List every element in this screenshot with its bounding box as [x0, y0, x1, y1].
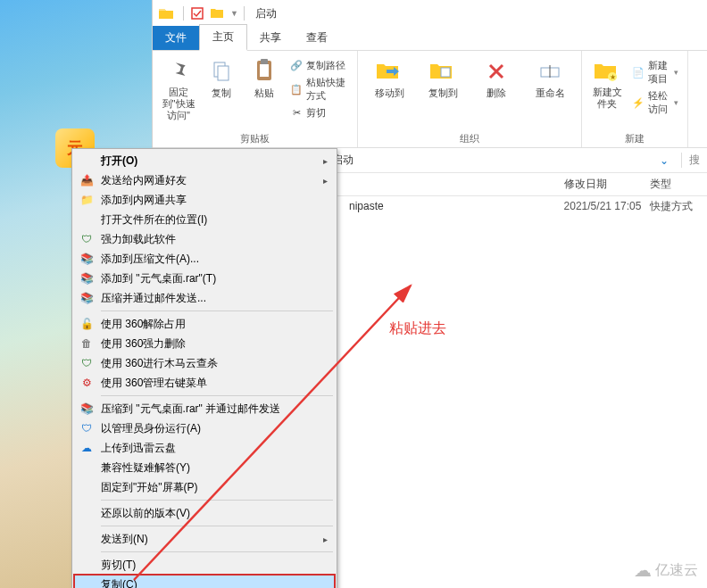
menu-label: 固定到"开始"屏幕(P)	[101, 480, 198, 495]
menu-label: 使用 360强力删除	[101, 336, 186, 352]
rename-icon	[536, 58, 563, 85]
newfolder-icon: ★	[594, 58, 620, 85]
archive-icon: 📚	[78, 291, 96, 305]
delete-icon	[483, 58, 510, 85]
menu-restore[interactable]: 还原以前的版本(V)	[74, 503, 335, 523]
moveto-label: 移动到	[365, 87, 413, 100]
window-title: 启动	[255, 6, 277, 21]
clipboard-group-label: 剪贴板	[160, 130, 350, 145]
menu-label: 强力卸载此软件	[101, 232, 176, 247]
menu-label: 添加到 "元气桌面.rar"(T)	[101, 271, 216, 286]
menu-label: 使用 360解除占用	[101, 317, 186, 332]
watermark: ☁ 亿速云	[634, 559, 698, 581]
rename-button[interactable]: 重命名	[526, 54, 574, 100]
file-name: nipaste	[349, 200, 564, 212]
menu-pin-start[interactable]: 固定到"开始"屏幕(P)	[74, 477, 335, 497]
menu-share-internal[interactable]: 📁添加到内网通共享	[74, 190, 335, 210]
newitem-button[interactable]: 📄新建项目▾	[630, 58, 680, 87]
properties-label: 属性	[695, 87, 707, 100]
file-date: 2021/5/21 17:05	[564, 200, 650, 212]
refresh-chevron-icon[interactable]: ⌄	[660, 154, 669, 167]
archive-icon: 📚	[78, 252, 96, 266]
menu-troubleshoot[interactable]: 兼容性疑难解答(Y)	[74, 458, 335, 477]
moveto-button[interactable]: 移动到	[365, 54, 413, 100]
menu-360-forcedel[interactable]: 🗑使用 360强力删除	[74, 334, 335, 353]
checkbox-icon[interactable]	[189, 5, 205, 21]
chevron-right-icon: ▸	[323, 156, 328, 166]
copyto-icon	[429, 58, 456, 85]
cloud-upload-icon: ☁	[78, 441, 96, 455]
copy-button[interactable]: 复制	[203, 54, 240, 100]
menu-label: 还原以前的版本(V)	[101, 506, 190, 521]
menu-label: 添加到内网通共享	[101, 193, 187, 208]
lock-icon: 🔓	[78, 317, 96, 331]
menu-360-menu[interactable]: ⚙使用 360管理右键菜单	[74, 373, 335, 393]
svg-text:★: ★	[610, 73, 616, 81]
newfolder-button[interactable]: ★新建文件夹	[589, 54, 625, 110]
pin-label: 固定到"快速访问"	[160, 87, 197, 122]
titlebar: ▼ 启动	[153, 0, 707, 27]
chevron-right-icon: ▸	[323, 534, 328, 544]
chevron-down-icon[interactable]: ▼	[230, 9, 238, 18]
menu-sendto[interactable]: 发送到(N)▸	[74, 529, 335, 549]
menu-divider	[101, 311, 333, 311]
menu-run-admin[interactable]: 🛡以管理员身份运行(A)	[74, 418, 335, 438]
cloud-icon: ☁	[634, 559, 652, 581]
ribbon-tabs: 文件 主页 共享 查看	[153, 27, 707, 50]
tab-view[interactable]: 查看	[294, 26, 340, 50]
ribbon-group-organize: 移动到 复制到 删除 重命名 组织	[358, 51, 582, 147]
menu-360-trojan[interactable]: 🛡使用 360进行木马云查杀	[74, 353, 335, 373]
menu-xunlei[interactable]: ☁上传到迅雷云盘	[74, 438, 335, 458]
ribbon: 固定到"快速访问" 复制 粘贴 🔗复制路径 📋粘贴快捷方式 ✂剪切 剪贴板	[153, 50, 707, 148]
menu-360-unlock[interactable]: 🔓使用 360解除占用	[74, 314, 335, 334]
menu-open[interactable]: 打开(O)▸	[74, 151, 335, 170]
copy-icon	[208, 58, 235, 85]
menu-divider	[101, 500, 333, 501]
svg-rect-4	[260, 64, 269, 77]
copy-path-button[interactable]: 🔗复制路径	[288, 58, 350, 73]
menu-cut[interactable]: 剪切(T)	[74, 555, 335, 575]
column-date[interactable]: 修改日期	[564, 177, 650, 192]
properties-button[interactable]: 属性	[695, 54, 707, 100]
menu-add-rar[interactable]: 📚添加到 "元气桌面.rar"(T)	[74, 269, 335, 288]
delete-button[interactable]: 删除	[472, 54, 520, 100]
menu-compress-rar2[interactable]: 📚压缩到 "元气桌面.rar" 并通过邮件发送	[74, 399, 335, 418]
copyto-label: 复制到	[419, 87, 467, 100]
moveto-icon	[376, 58, 403, 85]
menu-label: 压缩并通过邮件发送...	[101, 291, 206, 306]
ribbon-group-properties: 属性	[688, 51, 707, 147]
column-type[interactable]: 类型	[650, 177, 707, 192]
menu-open-location[interactable]: 打开文件所在的位置(I)	[74, 210, 335, 229]
copyto-button[interactable]: 复制到	[419, 54, 467, 100]
folder-small-icon[interactable]	[209, 5, 225, 21]
paste-shortcut-icon: 📋	[290, 83, 303, 95]
menu-copy[interactable]: 复制(C)	[74, 575, 335, 588]
tab-share[interactable]: 共享	[247, 26, 294, 50]
cut-button[interactable]: ✂剪切	[288, 105, 350, 120]
paste-button[interactable]: 粘贴	[245, 54, 283, 100]
pin-quickaccess-button[interactable]: 固定到"快速访问"	[160, 54, 197, 122]
menu-label: 兼容性疑难解答(Y)	[101, 460, 190, 476]
newfolder-label: 新建文件夹	[589, 87, 625, 110]
admin-shield-icon: 🛡	[78, 421, 96, 435]
menu-label: 复制(C)	[101, 577, 137, 589]
easyaccess-button[interactable]: ⚡轻松访问▾	[630, 88, 680, 117]
menu-force-uninstall[interactable]: 🛡强力卸载此软件	[74, 229, 335, 249]
menu-label: 以管理员身份运行(A)	[101, 421, 201, 436]
tab-file[interactable]: 文件	[153, 26, 199, 50]
paste-shortcut-button[interactable]: 📋粘贴快捷方式	[288, 75, 350, 104]
menu-compress-email[interactable]: 📚压缩并通过邮件发送...	[74, 288, 335, 308]
menu-divider	[101, 551, 333, 552]
search-button[interactable]: 搜	[681, 153, 700, 168]
menu-label: 使用 360进行木马云查杀	[101, 356, 218, 371]
shield-icon: 🛡	[78, 232, 96, 246]
newitem-label: 新建项目	[648, 59, 670, 86]
menu-send-friend[interactable]: 📤发送给内网通好友▸	[74, 170, 335, 190]
tab-home[interactable]: 主页	[199, 24, 247, 51]
menu-add-archive[interactable]: 📚添加到压缩文件(A)...	[74, 249, 335, 269]
easyaccess-icon: ⚡	[632, 96, 645, 109]
scissors-icon: ✂	[290, 107, 303, 120]
rename-label: 重命名	[526, 87, 574, 100]
svg-rect-5	[261, 59, 268, 64]
copy-path-icon: 🔗	[290, 60, 303, 72]
